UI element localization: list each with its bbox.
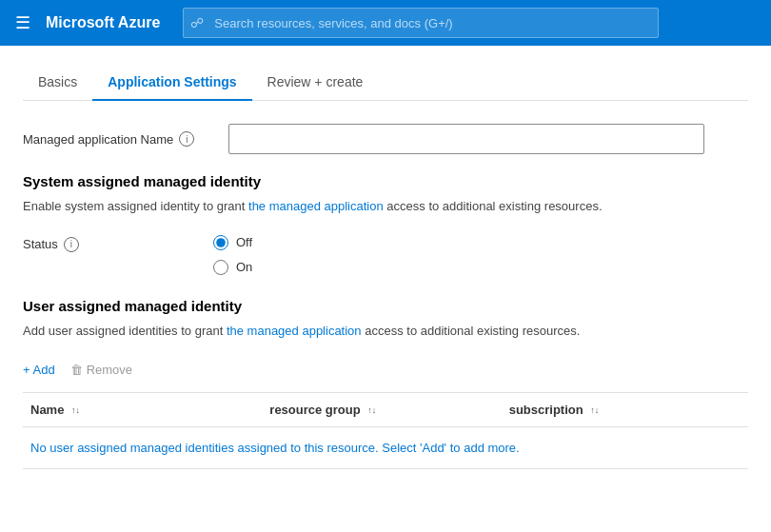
add-button[interactable]: + Add	[23, 359, 55, 381]
tabs: Basics Application Settings Review + cre…	[23, 65, 748, 101]
col-sort-name[interactable]: ↑↓	[71, 406, 80, 415]
col-header-name: Name ↑↓	[23, 403, 269, 417]
identity-toolbar: + Add 🗑 Remove	[23, 359, 748, 381]
user-identity-title: User assigned managed identity	[23, 298, 748, 314]
main-content: Basics Application Settings Review + cre…	[0, 46, 771, 488]
status-off-option[interactable]: Off	[213, 235, 252, 250]
col-header-resource-group: resource group ↑↓	[269, 403, 508, 417]
table-empty-message: No user assigned managed identities assi…	[23, 427, 748, 469]
brand-logo: Microsoft Azure	[46, 14, 160, 31]
system-identity-desc: Enable system assigned identity to grant…	[23, 197, 748, 216]
status-on-option[interactable]: On	[213, 260, 252, 275]
managed-app-name-info-icon[interactable]: i	[179, 131, 194, 147]
managed-app-name-input[interactable]	[228, 124, 704, 154]
tab-application-settings[interactable]: Application Settings	[92, 65, 251, 101]
status-on-radio[interactable]	[213, 260, 228, 275]
table-header-row: Name ↑↓ resource group ↑↓ subscription ↑…	[23, 393, 748, 427]
managed-app-name-row: Managed application Name i	[23, 124, 748, 154]
tab-basics[interactable]: Basics	[23, 65, 92, 101]
user-identity-desc: Add user assigned identities to grant th…	[23, 322, 748, 341]
remove-icon: 🗑	[70, 363, 83, 377]
col-header-subscription: subscription ↑↓	[509, 403, 748, 417]
status-label: Status i	[23, 235, 213, 252]
status-off-radio[interactable]	[213, 235, 228, 250]
col-sort-rg[interactable]: ↑↓	[367, 406, 376, 415]
status-info-icon[interactable]: i	[64, 237, 79, 252]
remove-button[interactable]: 🗑 Remove	[70, 359, 132, 381]
search-input[interactable]	[183, 8, 659, 38]
navbar: ☰ Microsoft Azure ☍	[0, 0, 771, 46]
col-sort-sub[interactable]: ↑↓	[590, 406, 599, 415]
tab-review-create[interactable]: Review + create	[252, 65, 379, 101]
search-container: ☍	[183, 8, 659, 38]
status-row: Status i Off On	[23, 235, 748, 275]
managed-app-name-label: Managed application Name i	[23, 131, 213, 147]
system-identity-link[interactable]: the managed application	[248, 199, 384, 213]
user-identity-link[interactable]: the managed application	[227, 324, 362, 338]
identity-table: Name ↑↓ resource group ↑↓ subscription ↑…	[23, 392, 748, 469]
status-radio-group: Off On	[213, 235, 252, 275]
search-icon: ☍	[190, 15, 204, 30]
hamburger-icon[interactable]: ☰	[11, 9, 34, 37]
system-identity-title: System assigned managed identity	[23, 173, 748, 189]
